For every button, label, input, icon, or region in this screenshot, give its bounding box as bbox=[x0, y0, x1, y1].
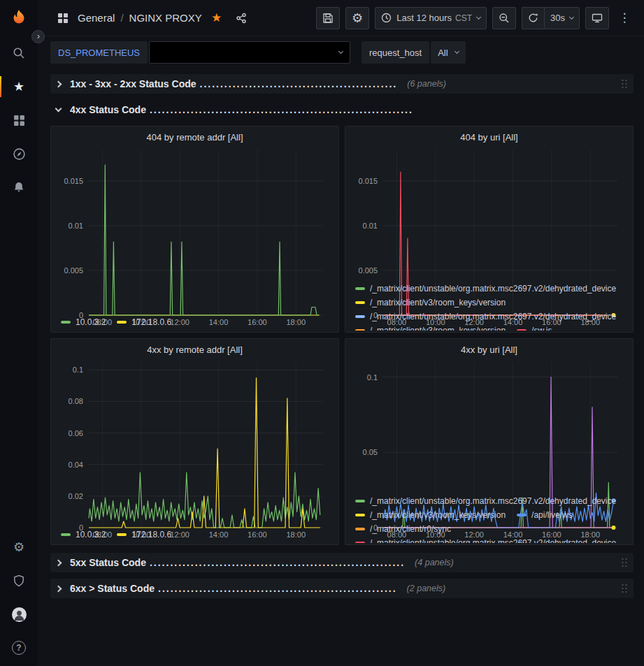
kebab-menu-button[interactable]: ⋮ bbox=[615, 8, 634, 28]
legend-item[interactable]: /api/live/ws bbox=[517, 508, 573, 522]
sidebar-item-alerting[interactable] bbox=[0, 171, 38, 204]
legend-swatch bbox=[61, 533, 71, 536]
row-title: 4xx Status Code bbox=[70, 104, 146, 115]
sidebar-item-server-admin[interactable] bbox=[0, 564, 38, 598]
legend-item[interactable]: /_matrix/client/unstable/org.matrix.msc2… bbox=[355, 310, 616, 324]
panel-title[interactable]: 4xx by remote addr [All] bbox=[57, 342, 333, 356]
bell-icon bbox=[13, 181, 25, 194]
svg-text:0.05: 0.05 bbox=[363, 448, 378, 456]
dashboards-icon bbox=[13, 115, 25, 126]
legend-item[interactable]: /_matrix/client/r0/sync bbox=[355, 522, 451, 536]
datasource-dropdown[interactable] bbox=[149, 41, 350, 64]
dashboard-header: General / NGINX PROXY ★ ⚙ Last 12 hours … bbox=[38, 0, 644, 36]
chevron-down-icon bbox=[569, 14, 574, 19]
panel-title[interactable]: 4xx by uri [All] bbox=[351, 342, 627, 356]
legend-item[interactable]: 172.18.0.6 bbox=[117, 315, 171, 329]
row-4xx[interactable]: 4xx Status Code ........................… bbox=[50, 100, 634, 120]
row-panel-count: (6 panels) bbox=[407, 79, 446, 89]
kebab-icon: ⋮ bbox=[619, 12, 631, 24]
legend-swatch bbox=[355, 315, 365, 318]
legend-swatch bbox=[355, 500, 365, 502]
legend-item[interactable]: /_matrix/client/v3/room_keys/version bbox=[355, 296, 506, 310]
dashboard-canvas: 1xx - 3xx - 2xx Status Code ............… bbox=[38, 70, 644, 666]
legend-item[interactable]: 10.0.3.2 bbox=[61, 528, 106, 542]
tv-mode-button[interactable] bbox=[585, 7, 609, 29]
legend-label: /sw.js bbox=[531, 324, 552, 331]
row-6xx[interactable]: 6xx > Status Code ......................… bbox=[50, 579, 634, 598]
legend-item[interactable]: /_matrix/client/v3/room_keys/version bbox=[355, 508, 506, 522]
legend-item[interactable]: 172.18.0.6 bbox=[117, 528, 171, 542]
sidebar-item-dashboards[interactable] bbox=[0, 103, 38, 137]
datasource-variable-label: DS_PROMETHEUS bbox=[50, 41, 148, 64]
request-host-dropdown[interactable]: All bbox=[431, 41, 465, 64]
grafana-flame-icon bbox=[8, 8, 29, 29]
legend-item[interactable]: 10.0.3.2 bbox=[61, 315, 106, 329]
legend-swatch bbox=[61, 321, 71, 324]
share-button[interactable] bbox=[231, 8, 251, 28]
share-icon bbox=[236, 13, 247, 24]
avatar bbox=[12, 607, 27, 622]
legend-item[interactable]: /sw.js bbox=[517, 324, 552, 331]
favorite-star-button[interactable]: ★ bbox=[207, 8, 227, 28]
row-drag-handle[interactable] bbox=[621, 583, 628, 594]
legend-item[interactable]: /_matrix/client/v3/room_keys/version bbox=[355, 324, 506, 331]
help-icon: ? bbox=[12, 641, 26, 655]
panel-title[interactable]: 404 by uri [All] bbox=[351, 129, 627, 144]
legend-item[interactable]: /_matrix/client/unstable/org.matrix.msc2… bbox=[355, 282, 616, 296]
chart-4xx-by-uri[interactable]: 08:0010:0012:0014:0016:0018:0000.050.1 bbox=[351, 356, 627, 493]
sidebar-item-profile[interactable] bbox=[0, 598, 38, 631]
row-drag-handle[interactable] bbox=[621, 78, 628, 89]
timeseries-plot[interactable]: 08:0010:0012:0014:0016:0018:0000.0050.01… bbox=[57, 144, 333, 328]
legend-swatch bbox=[355, 528, 365, 530]
time-range-picker[interactable]: Last 12 hours CST bbox=[375, 7, 487, 29]
legend-label: /api/live/ws bbox=[531, 508, 573, 522]
legend-label: /_matrix/client/unstable/org.matrix.msc2… bbox=[370, 494, 616, 508]
legend-swatch bbox=[517, 514, 527, 516]
refresh-button[interactable] bbox=[522, 7, 544, 29]
save-dashboard-button[interactable] bbox=[316, 7, 340, 29]
sidebar-item-help[interactable]: ? bbox=[0, 631, 38, 665]
row-panel-count: (2 panels) bbox=[407, 584, 446, 593]
panel-title[interactable]: 404 by remote addr [All] bbox=[57, 129, 333, 144]
legend-item[interactable]: /_matrix/client/unstable/org.matrix.msc2… bbox=[355, 536, 616, 543]
svg-text:0.1: 0.1 bbox=[367, 373, 378, 382]
timezone-label: CST bbox=[455, 13, 472, 23]
dashboard-settings-button[interactable]: ⚙ bbox=[345, 7, 369, 29]
row-1xx-3xx-2xx[interactable]: 1xx - 3xx - 2xx Status Code ............… bbox=[50, 74, 634, 94]
dashboard-title: NGINX PROXY bbox=[129, 12, 202, 24]
chart-404-by-remote-addr[interactable]: 08:0010:0012:0014:0016:0018:0000.0050.01… bbox=[57, 144, 333, 314]
refresh-icon bbox=[528, 13, 538, 23]
panel-legend: /_matrix/client/unstable/org.matrix.msc2… bbox=[351, 493, 627, 543]
legend-item[interactable]: /_matrix/client/unstable/org.matrix.msc2… bbox=[355, 494, 616, 508]
panel-4xx-by-uri: 4xx by uri [All] 08:0010:0012:0014:0016:… bbox=[345, 338, 634, 545]
row-title-dots: ........................................… bbox=[200, 78, 398, 89]
grafana-logo[interactable] bbox=[7, 7, 31, 31]
sidebar-item-search[interactable] bbox=[0, 36, 38, 70]
sidebar-expand-button[interactable]: › bbox=[31, 30, 45, 43]
chart-404-by-uri[interactable]: 08:0010:0012:0014:0016:0018:0000.0050.01… bbox=[351, 144, 627, 280]
legend-swatch bbox=[355, 514, 365, 516]
row-5xx[interactable]: 5xx Status Code ........................… bbox=[50, 553, 634, 572]
request-host-variable: request_host All bbox=[362, 41, 466, 64]
sidebar-item-explore[interactable] bbox=[0, 137, 38, 171]
row-drag-handle[interactable] bbox=[621, 557, 628, 568]
refresh-interval-dropdown[interactable]: 30s bbox=[544, 7, 580, 29]
legend-label: 10.0.3.2 bbox=[76, 528, 106, 542]
legend-swatch bbox=[355, 287, 365, 290]
breadcrumb-folder[interactable]: General bbox=[78, 12, 115, 24]
svg-text:0.01: 0.01 bbox=[363, 222, 378, 230]
timeseries-plot[interactable]: 08:0010:0012:0014:0016:0018:0000.020.040… bbox=[57, 356, 333, 540]
row-title: 6xx > Status Code bbox=[70, 583, 155, 594]
legend-label: /_matrix/client/v3/room_keys/version bbox=[370, 508, 506, 522]
drag-dots-icon bbox=[621, 557, 628, 568]
monitor-icon bbox=[592, 13, 603, 24]
panel-grid: 404 by remote addr [All] 08:0010:0012:00… bbox=[50, 126, 634, 545]
chevron-down-icon bbox=[338, 49, 343, 54]
legend-label: 172.18.0.6 bbox=[131, 528, 171, 542]
sidebar-item-configuration[interactable]: ⚙ bbox=[0, 530, 38, 564]
sidebar-item-starred[interactable]: ★ bbox=[0, 70, 38, 103]
variables-bar: DS_PROMETHEUS request_host All bbox=[38, 36, 644, 70]
svg-text:0.06: 0.06 bbox=[69, 429, 83, 437]
zoom-out-button[interactable] bbox=[492, 7, 516, 29]
chart-4xx-by-remote-addr[interactable]: 08:0010:0012:0014:0016:0018:0000.020.040… bbox=[57, 356, 333, 526]
